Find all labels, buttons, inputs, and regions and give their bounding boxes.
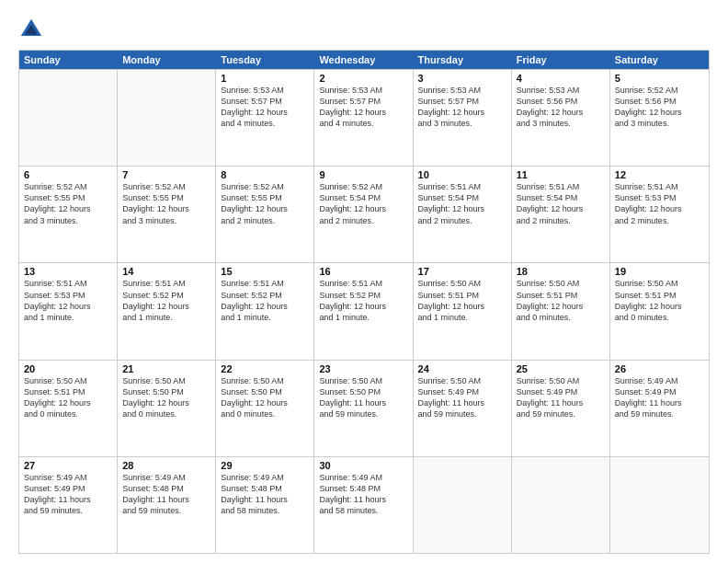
day-number: 6: [24, 169, 112, 180]
day-number: 27: [24, 460, 112, 471]
day-number: 5: [615, 73, 704, 84]
calendar-cell: [19, 70, 118, 166]
calendar-week-4: 20Sunrise: 5:50 AM Sunset: 5:51 PM Dayli…: [19, 360, 709, 456]
calendar-cell: 27Sunrise: 5:49 AM Sunset: 5:49 PM Dayli…: [19, 457, 118, 553]
calendar-cell: [118, 70, 216, 166]
logo-icon: [18, 17, 44, 42]
day-info: Sunrise: 5:50 AM Sunset: 5:51 PM Dayligh…: [24, 375, 112, 420]
day-number: 23: [319, 363, 407, 374]
calendar-week-2: 6Sunrise: 5:52 AM Sunset: 5:55 PM Daylig…: [19, 166, 709, 262]
day-number: 26: [615, 363, 704, 374]
day-number: 17: [418, 266, 506, 277]
day-number: 2: [319, 73, 407, 84]
day-number: 20: [24, 363, 112, 374]
day-info: Sunrise: 5:49 AM Sunset: 5:49 PM Dayligh…: [24, 472, 112, 517]
calendar-cell: 13Sunrise: 5:51 AM Sunset: 5:53 PM Dayli…: [19, 263, 118, 359]
day-number: 3: [418, 73, 506, 84]
day-info: Sunrise: 5:49 AM Sunset: 5:48 PM Dayligh…: [122, 472, 210, 517]
header-day-tuesday: Tuesday: [216, 51, 314, 69]
calendar-cell: 4Sunrise: 5:53 AM Sunset: 5:56 PM Daylig…: [512, 70, 610, 166]
day-number: 16: [319, 266, 407, 277]
day-info: Sunrise: 5:51 AM Sunset: 5:52 PM Dayligh…: [319, 278, 407, 323]
page: SundayMondayTuesdayWednesdayThursdayFrid…: [0, 0, 728, 563]
calendar-cell: 17Sunrise: 5:50 AM Sunset: 5:51 PM Dayli…: [414, 263, 512, 359]
day-number: 21: [122, 363, 210, 374]
calendar-cell: 6Sunrise: 5:52 AM Sunset: 5:55 PM Daylig…: [19, 167, 118, 262]
calendar-cell: 3Sunrise: 5:53 AM Sunset: 5:57 PM Daylig…: [414, 70, 512, 166]
day-info: Sunrise: 5:52 AM Sunset: 5:55 PM Dayligh…: [24, 181, 112, 226]
calendar-cell: 30Sunrise: 5:49 AM Sunset: 5:48 PM Dayli…: [314, 457, 413, 553]
day-number: 10: [418, 169, 506, 180]
day-number: 13: [24, 266, 112, 277]
day-info: Sunrise: 5:52 AM Sunset: 5:55 PM Dayligh…: [221, 181, 309, 226]
calendar-cell: 24Sunrise: 5:50 AM Sunset: 5:49 PM Dayli…: [414, 361, 512, 456]
calendar-header: SundayMondayTuesdayWednesdayThursdayFrid…: [19, 51, 709, 69]
calendar-week-5: 27Sunrise: 5:49 AM Sunset: 5:49 PM Dayli…: [19, 456, 709, 553]
calendar-cell: 19Sunrise: 5:50 AM Sunset: 5:51 PM Dayli…: [610, 263, 709, 359]
calendar-cell: 10Sunrise: 5:51 AM Sunset: 5:54 PM Dayli…: [414, 167, 512, 262]
day-info: Sunrise: 5:53 AM Sunset: 5:57 PM Dayligh…: [319, 85, 407, 130]
day-number: 11: [517, 169, 605, 180]
day-info: Sunrise: 5:52 AM Sunset: 5:55 PM Dayligh…: [122, 181, 210, 226]
day-number: 30: [319, 460, 407, 471]
calendar-cell: 29Sunrise: 5:49 AM Sunset: 5:48 PM Dayli…: [216, 457, 314, 553]
calendar-cell: 9Sunrise: 5:52 AM Sunset: 5:54 PM Daylig…: [314, 167, 413, 262]
day-info: Sunrise: 5:49 AM Sunset: 5:48 PM Dayligh…: [221, 472, 309, 517]
calendar-cell: 5Sunrise: 5:52 AM Sunset: 5:56 PM Daylig…: [610, 70, 709, 166]
calendar-cell: 22Sunrise: 5:50 AM Sunset: 5:50 PM Dayli…: [216, 361, 314, 456]
calendar-cell: 8Sunrise: 5:52 AM Sunset: 5:55 PM Daylig…: [216, 167, 314, 262]
day-info: Sunrise: 5:50 AM Sunset: 5:50 PM Dayligh…: [122, 375, 210, 420]
day-number: 22: [221, 363, 309, 374]
day-number: 25: [517, 363, 605, 374]
calendar-cell: [414, 457, 512, 553]
calendar-cell: 25Sunrise: 5:50 AM Sunset: 5:49 PM Dayli…: [512, 361, 610, 456]
day-info: Sunrise: 5:49 AM Sunset: 5:49 PM Dayligh…: [615, 375, 704, 420]
calendar-cell: 21Sunrise: 5:50 AM Sunset: 5:50 PM Dayli…: [118, 361, 216, 456]
calendar-cell: 26Sunrise: 5:49 AM Sunset: 5:49 PM Dayli…: [610, 361, 709, 456]
calendar-cell: 14Sunrise: 5:51 AM Sunset: 5:52 PM Dayli…: [118, 263, 216, 359]
calendar-cell: 18Sunrise: 5:50 AM Sunset: 5:51 PM Dayli…: [512, 263, 610, 359]
day-info: Sunrise: 5:50 AM Sunset: 5:51 PM Dayligh…: [418, 278, 506, 323]
calendar-cell: 2Sunrise: 5:53 AM Sunset: 5:57 PM Daylig…: [314, 70, 413, 166]
day-info: Sunrise: 5:52 AM Sunset: 5:56 PM Dayligh…: [615, 85, 704, 130]
day-number: 1: [221, 73, 309, 84]
header-day-sunday: Sunday: [19, 51, 118, 69]
day-number: 4: [517, 73, 605, 84]
day-info: Sunrise: 5:50 AM Sunset: 5:50 PM Dayligh…: [319, 375, 407, 420]
day-info: Sunrise: 5:53 AM Sunset: 5:57 PM Dayligh…: [221, 85, 309, 130]
calendar-cell: 20Sunrise: 5:50 AM Sunset: 5:51 PM Dayli…: [19, 361, 118, 456]
day-number: 7: [122, 169, 210, 180]
calendar: SundayMondayTuesdayWednesdayThursdayFrid…: [18, 50, 710, 554]
day-number: 9: [319, 169, 407, 180]
day-info: Sunrise: 5:51 AM Sunset: 5:53 PM Dayligh…: [615, 181, 704, 226]
day-number: 8: [221, 169, 309, 180]
day-number: 15: [221, 266, 309, 277]
day-info: Sunrise: 5:51 AM Sunset: 5:52 PM Dayligh…: [122, 278, 210, 323]
day-info: Sunrise: 5:50 AM Sunset: 5:51 PM Dayligh…: [517, 278, 605, 323]
logo: [18, 17, 48, 42]
day-info: Sunrise: 5:53 AM Sunset: 5:57 PM Dayligh…: [418, 85, 506, 130]
calendar-week-1: 1Sunrise: 5:53 AM Sunset: 5:57 PM Daylig…: [19, 69, 709, 166]
header: [18, 17, 710, 42]
calendar-cell: 28Sunrise: 5:49 AM Sunset: 5:48 PM Dayli…: [118, 457, 216, 553]
day-info: Sunrise: 5:51 AM Sunset: 5:52 PM Dayligh…: [221, 278, 309, 323]
header-day-thursday: Thursday: [414, 51, 512, 69]
calendar-cell: 11Sunrise: 5:51 AM Sunset: 5:54 PM Dayli…: [512, 167, 610, 262]
day-number: 28: [122, 460, 210, 471]
day-number: 18: [517, 266, 605, 277]
day-number: 29: [221, 460, 309, 471]
calendar-cell: 16Sunrise: 5:51 AM Sunset: 5:52 PM Dayli…: [314, 263, 413, 359]
header-day-friday: Friday: [512, 51, 610, 69]
day-info: Sunrise: 5:52 AM Sunset: 5:54 PM Dayligh…: [319, 181, 407, 226]
day-number: 24: [418, 363, 506, 374]
day-info: Sunrise: 5:50 AM Sunset: 5:51 PM Dayligh…: [615, 278, 704, 323]
day-info: Sunrise: 5:50 AM Sunset: 5:50 PM Dayligh…: [221, 375, 309, 420]
calendar-cell: 7Sunrise: 5:52 AM Sunset: 5:55 PM Daylig…: [118, 167, 216, 262]
day-info: Sunrise: 5:50 AM Sunset: 5:49 PM Dayligh…: [517, 375, 605, 420]
day-number: 19: [615, 266, 704, 277]
day-info: Sunrise: 5:51 AM Sunset: 5:54 PM Dayligh…: [418, 181, 506, 226]
day-number: 12: [615, 169, 704, 180]
header-day-saturday: Saturday: [610, 51, 709, 69]
header-day-monday: Monday: [118, 51, 216, 69]
calendar-cell: 1Sunrise: 5:53 AM Sunset: 5:57 PM Daylig…: [216, 70, 314, 166]
